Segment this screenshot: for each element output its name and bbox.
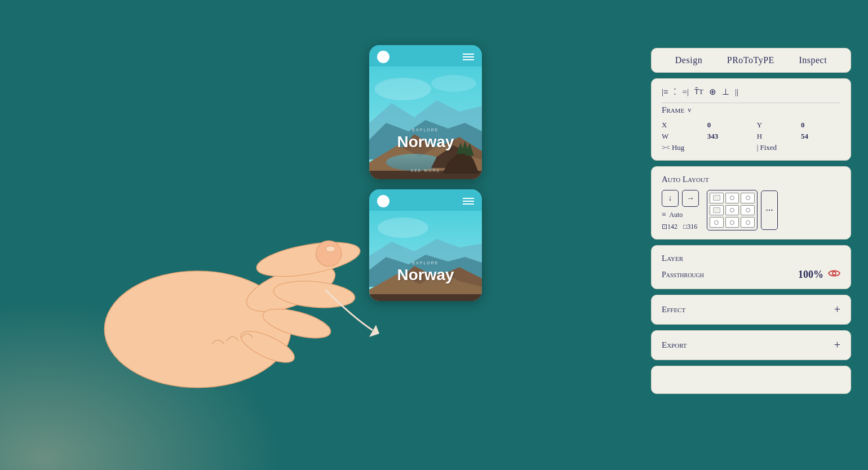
export-add-btn[interactable]: + [834,339,840,352]
auto-dims: ⊡142 □316 [662,223,699,231]
align-bottom-icon[interactable]: ⊥ [722,87,729,97]
align-left-icon[interactable]: |≡ [662,87,668,97]
dim2: □316 [683,223,697,231]
export-row: Export + [662,339,840,352]
norway-label-1: EXPLORE Norway [369,128,482,151]
auto-layout-card: Auto Layout ↓ → ≡ Auto ⊡142 □316 [651,166,851,240]
layer-right: 100% [798,269,840,281]
layer-mode-container: Passthrough [662,271,704,280]
phone-logo-dot-2 [377,195,389,207]
auto-label[interactable]: Auto [669,211,683,219]
svg-point-7 [326,246,335,252]
export-title: Export [662,340,687,350]
align-top-icon[interactable]: T̄T [694,87,703,96]
fixed-label[interactable]: | Fixed [757,143,840,152]
tab-inspect[interactable]: Inspect [799,55,827,65]
design-panel: Design PRoToTyPE Inspect |≡ ⁚ =| T̄T ⊕ ⊥… [651,48,851,394]
h-label: H [757,132,794,141]
phone-top-bar [369,45,482,66]
effect-add-btn[interactable]: + [834,303,840,316]
alignment-grid [707,190,758,230]
auto-layout-controls: ↓ → ≡ Auto ⊡142 □316 [662,190,699,231]
divider-1 [662,103,840,103]
frame-dropdown[interactable]: v [688,106,691,114]
tabs-card: Design PRoToTyPE Inspect [651,48,851,73]
frame-props: X 0 Y 0 W 343 H 54 >< Hug | Fixed [662,121,840,152]
frame-card: |≡ ⁚ =| T̄T ⊕ ⊥ || Frame v X 0 Y 0 W 343… [651,78,851,161]
tab-design[interactable]: Design [675,55,702,65]
dim1-value[interactable]: 142 [667,223,677,230]
phone-landscape-1: EXPLORE Norway SEE MORE [369,66,482,179]
align-right-icon[interactable]: =| [682,87,688,97]
bottom-card [651,366,851,394]
grid-cell-3-1[interactable] [710,217,724,228]
grid-cell-2-3[interactable] [741,205,755,216]
align-center-v-icon[interactable]: ⊕ [709,87,716,97]
hand-illustration [0,0,372,470]
layer-card: Layer Passthrough 100% [651,245,851,289]
svg-point-24 [378,218,428,238]
phone-landscape-2: EXPLORE Norway [369,211,482,301]
h-value[interactable]: 54 [801,132,840,141]
dim2-value[interactable]: 316 [687,223,697,230]
align-row: |≡ ⁚ =| T̄T ⊕ ⊥ || [662,87,840,97]
svg-marker-8 [369,325,379,337]
svg-point-11 [431,75,476,92]
grid-cell-2-1[interactable] [710,205,724,216]
x-value[interactable]: 0 [707,121,750,130]
phone-top-bar-2 [369,189,482,211]
grid-cell-3-2[interactable] [725,217,739,228]
list-icon: ≡ [662,210,666,219]
align-center-h-icon[interactable]: ⁚ [674,87,676,97]
hug-label[interactable]: >< Hug [662,143,750,152]
phone-hamburger-icon [463,54,474,60]
export-card: Export + [651,330,851,360]
layer-row: Passthrough 100% [662,269,840,281]
down-arrow-btn[interactable]: ↓ [662,190,679,207]
tab-prototype[interactable]: PRoToTyPE [727,55,774,65]
y-label: Y [757,121,794,130]
hand-svg [11,113,361,394]
norway-title-2: Norway [397,266,454,283]
effect-card: Effect + [651,295,851,325]
grid-cell-3-3[interactable] [741,217,755,228]
grid-cell-2-2[interactable] [725,205,739,216]
phone-mockup-1: EXPLORE Norway SEE MORE [369,45,482,179]
layer-opacity[interactable]: 100% [798,269,823,281]
explore-text-2: EXPLORE [369,261,482,265]
grid-cell-1-1[interactable] [710,193,724,203]
dim1: ⊡142 [662,223,677,231]
frame-label: Frame v [662,105,840,115]
svg-rect-29 [369,294,482,301]
auto-btn-row: ↓ → [662,190,699,207]
explore-text-1: EXPLORE [369,128,482,132]
phone-hamburger-icon-2 [463,198,474,205]
y-value[interactable]: 0 [801,121,840,130]
layer-title: Layer [662,254,840,263]
distribute-icon[interactable]: || [735,87,738,97]
see-more-1[interactable]: SEE MORE [369,169,482,172]
phone-mockup-2: EXPLORE Norway [369,189,482,301]
auto-layout-body: ↓ → ≡ Auto ⊡142 □316 [662,190,840,231]
svg-point-6 [316,241,341,266]
right-arrow-btn[interactable]: → [682,190,699,207]
grid-cell-1-3[interactable] [741,193,755,203]
auto-layout-title: Auto Layout [662,175,840,184]
w-label: W [662,132,701,141]
x-label: X [662,121,701,130]
effect-row: Effect + [662,303,840,316]
effect-title: Effect [662,305,685,314]
visibility-eye-icon[interactable] [828,269,840,281]
frame-title: Frame [662,105,684,115]
phones-container: EXPLORE Norway SEE MORE [369,45,488,301]
norway-label-2: EXPLORE Norway [369,261,482,284]
auto-label-row: ≡ Auto [662,210,699,219]
w-value[interactable]: 343 [707,132,750,141]
norway-title-1: Norway [397,133,454,150]
phone-logo-dot [377,51,389,63]
svg-point-10 [375,78,431,100]
more-options-btn[interactable]: ··· [761,190,778,230]
svg-point-30 [832,272,836,275]
layer-mode-label[interactable]: Passthrough [662,271,704,280]
grid-cell-1-2[interactable] [725,193,739,203]
